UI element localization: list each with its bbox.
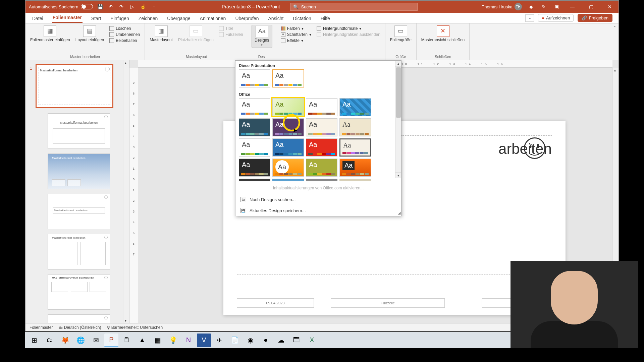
layout-thumbnail[interactable] bbox=[48, 314, 110, 323]
taskbar-chrome-icon[interactable]: 🌐 bbox=[73, 334, 88, 347]
tab-dictation[interactable]: Dictation bbox=[292, 14, 312, 23]
share-button[interactable]: 🔗Freigeben bbox=[578, 14, 612, 22]
window-icon[interactable]: ▣ bbox=[553, 3, 560, 10]
close-button[interactable]: ✕ bbox=[603, 1, 616, 13]
taskbar-app-icon[interactable]: 📄 bbox=[228, 334, 242, 347]
theme-option[interactable]: Aa bbox=[339, 159, 371, 177]
taskbar-explorer-icon[interactable]: 🗂 bbox=[43, 334, 57, 347]
autosave-toggle[interactable]: Automatisches Speichern bbox=[29, 4, 93, 9]
taskbar-app-icon[interactable]: ☁ bbox=[274, 334, 288, 347]
taskbar-app-icon[interactable]: ▦ bbox=[151, 334, 165, 347]
theme-option-hover[interactable]: Aa bbox=[272, 98, 304, 116]
taskbar-app-icon[interactable]: ● bbox=[259, 334, 273, 347]
minimize-button[interactable]: — bbox=[566, 1, 579, 13]
status-accessibility[interactable]: ⚲ Barrierefreiheit: Untersuchen bbox=[107, 325, 163, 330]
layout-thumbnail[interactable]: Mastertitelformat bearbeiten bbox=[48, 194, 110, 229]
theme-option[interactable]: Aa bbox=[239, 69, 270, 87]
taskbar-app-icon[interactable]: 💡 bbox=[166, 334, 180, 347]
preserve-layout-button[interactable]: Beibehalten bbox=[109, 38, 140, 43]
rename-layout-button[interactable]: Umbenennen bbox=[109, 32, 140, 37]
slide-size-button[interactable]: ▭Foliengröße bbox=[389, 25, 413, 43]
resize-grip-icon[interactable]: ◢ bbox=[398, 211, 400, 215]
tab-animationen[interactable]: Animationen bbox=[199, 14, 227, 23]
startfrom-icon[interactable]: ▷ bbox=[128, 3, 136, 10]
theme-option[interactable]: Aa bbox=[239, 98, 270, 116]
undo-icon[interactable]: ↶ bbox=[107, 3, 114, 10]
theme-option[interactable]: Aa bbox=[339, 98, 371, 116]
theme-option[interactable]: Aa bbox=[306, 118, 337, 136]
maximize-button[interactable]: ▢ bbox=[584, 1, 598, 13]
footers-checkbox[interactable]: Fußzeilen bbox=[219, 32, 243, 37]
diamond-icon[interactable]: ◆ bbox=[527, 3, 535, 10]
redo-icon[interactable]: ↷ bbox=[118, 3, 125, 10]
taskbar-powerpoint-icon[interactable]: P bbox=[104, 334, 118, 347]
theme-option[interactable]: Aa bbox=[339, 118, 371, 136]
insert-placeholder-button[interactable]: ▭Platzhalter einfügen bbox=[177, 25, 215, 43]
theme-option[interactable]: Aa bbox=[272, 69, 304, 87]
qat-more-icon[interactable]: ⁼ bbox=[150, 3, 157, 10]
theme-option[interactable]: Aa bbox=[306, 159, 337, 177]
insert-layout-button[interactable]: ▤Layout einfügen bbox=[74, 25, 105, 43]
taskbar-firefox-icon[interactable]: 🦊 bbox=[58, 334, 72, 347]
theme-option[interactable]: Aa bbox=[339, 138, 371, 157]
tab-einfuegen[interactable]: Einfügen bbox=[110, 14, 129, 23]
insert-slidemaster-button[interactable]: ▦Folienmaster einfügen bbox=[29, 25, 71, 43]
theme-option[interactable]: Aa bbox=[239, 138, 270, 157]
layout-thumbnail[interactable]: MASTERTITELFORMAT BEARBEITEN bbox=[48, 274, 110, 310]
record-button[interactable]: ●Aufzeichnen bbox=[538, 14, 574, 22]
tab-ueberpruefen[interactable]: Überprüfen bbox=[234, 14, 259, 23]
theme-option[interactable]: Aa bbox=[306, 138, 337, 157]
tab-zeichnen[interactable]: Zeichnen bbox=[138, 14, 159, 23]
footer-placeholder[interactable]: Fußzeile bbox=[331, 298, 445, 308]
save-icon[interactable]: 💾 bbox=[96, 3, 104, 10]
hide-bg-checkbox[interactable]: Hintergrundgrafiken ausblenden bbox=[317, 32, 380, 37]
theme-option[interactable]: Aa bbox=[239, 159, 270, 177]
thumbnail-pane[interactable]: Mastertitelformat bearbeiten Mastertitel… bbox=[25, 60, 129, 323]
status-language[interactable]: 🖮 Deutsch (Österreich) bbox=[59, 325, 101, 330]
tab-datei[interactable]: Datei bbox=[32, 14, 44, 23]
layout-thumbnail[interactable]: Mastertitelformat bearbeiten bbox=[48, 113, 110, 149]
taskbar-telegram-icon[interactable]: ✈ bbox=[212, 334, 226, 347]
collapse-ribbon-button[interactable]: ⌄ bbox=[525, 14, 534, 22]
tab-hilfe[interactable]: Hilfe bbox=[320, 14, 331, 23]
taskbar-app-icon[interactable]: V bbox=[197, 334, 211, 347]
taskbar-outlook-icon[interactable]: ✉ bbox=[89, 334, 103, 347]
account-button[interactable]: Thomas Hruska TH bbox=[482, 3, 522, 10]
taskbar-vlc-icon[interactable]: ▲ bbox=[135, 334, 149, 347]
close-masterview-button[interactable]: ✕Masteransicht schließen bbox=[420, 25, 466, 43]
master-slide-thumbnail[interactable]: Mastertitelformat bearbeiten bbox=[36, 64, 113, 108]
theme-option[interactable]: Aa bbox=[272, 138, 304, 157]
title-checkbox[interactable]: Titel bbox=[219, 26, 243, 31]
toggle-switch-icon[interactable] bbox=[81, 4, 93, 9]
designs-button[interactable]: AaDesigns▾ bbox=[252, 25, 272, 48]
tab-ansicht[interactable]: Ansicht bbox=[267, 14, 284, 23]
background-formats-button[interactable]: Hintergrundformate ▾ bbox=[317, 26, 380, 31]
delete-layout-button[interactable]: Löschen bbox=[109, 26, 140, 31]
tab-folienmaster[interactable]: Folienmaster bbox=[52, 13, 83, 23]
theme-option[interactable]: Aa bbox=[272, 118, 304, 136]
taskbar-app-icon[interactable]: 🗔 bbox=[289, 334, 304, 347]
colors-dropdown[interactable]: Farben ▾ bbox=[281, 26, 311, 31]
masterlayout-button[interactable]: ▥Masterlayout bbox=[148, 25, 174, 43]
dropdown-scrollbar[interactable]: ▴▾ bbox=[395, 61, 401, 178]
thumbnail-scrollbar[interactable] bbox=[123, 60, 129, 323]
layout-thumbnail[interactable]: Mastertitelformat bearbeiten bbox=[48, 234, 110, 269]
start-button[interactable]: ⊞ bbox=[27, 334, 41, 347]
theme-option[interactable]: Aa bbox=[239, 118, 270, 136]
taskbar-excel-icon[interactable]: X bbox=[305, 334, 319, 347]
taskbar-onenote-icon[interactable]: N bbox=[181, 334, 196, 347]
taskbar-obs-icon[interactable]: ◉ bbox=[243, 334, 257, 347]
layout-thumbnail[interactable]: Mastertitelformat bearbeiten bbox=[48, 154, 110, 189]
effects-dropdown[interactable]: Effekte ▾ bbox=[281, 38, 311, 43]
search-box[interactable]: 🔍 Suchen bbox=[290, 3, 418, 11]
browse-themes-item[interactable]: 🗀Nach Designs suchen... bbox=[235, 194, 401, 205]
ribbon-chevron-icon[interactable]: ⌃ bbox=[613, 25, 616, 30]
date-placeholder[interactable]: 09.04.2023 bbox=[237, 298, 314, 308]
tab-start[interactable]: Start bbox=[91, 14, 102, 23]
tab-uebergaenge[interactable]: Übergänge bbox=[166, 14, 191, 23]
theme-option[interactable]: Aa bbox=[306, 98, 337, 116]
fonts-dropdown[interactable]: ASchriftarten ▾ bbox=[281, 32, 311, 37]
taskbar-app-icon[interactable]: 🗒 bbox=[120, 334, 134, 347]
save-theme-item[interactable]: 💾Aktuelles Design speichern... bbox=[235, 205, 401, 216]
theme-option[interactable]: Aa bbox=[272, 159, 304, 177]
